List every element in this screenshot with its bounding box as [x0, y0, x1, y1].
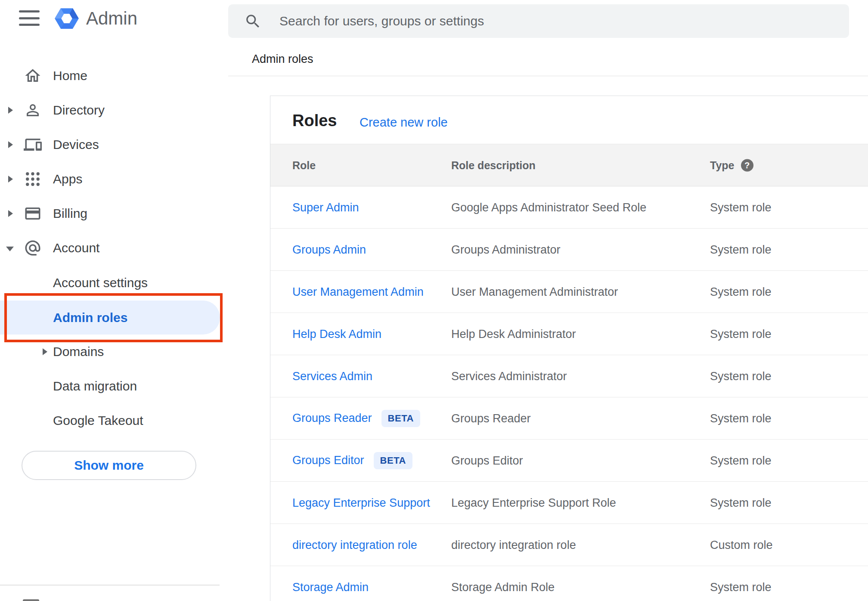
- role-link[interactable]: Super Admin: [292, 201, 359, 214]
- role-type-cell: System role: [710, 412, 772, 425]
- role-description-cell: Groups Administrator: [451, 243, 561, 256]
- admin-console-screen: Admin Admin roles Home Directory Devices: [0, 0, 868, 601]
- role-link[interactable]: Services Admin: [292, 369, 372, 383]
- role-description-cell: User Management Administrator: [451, 285, 618, 298]
- role-type-cell: System role: [710, 201, 772, 214]
- credit-card-icon: [24, 204, 42, 223]
- role-cell: User Management Admin: [292, 285, 424, 298]
- partial-bottom-icon: [23, 599, 39, 601]
- chevron-right-icon[interactable]: [8, 210, 13, 217]
- role-cell: Super Admin: [292, 201, 359, 214]
- logo-wordmark: Admin: [86, 6, 137, 31]
- table-row: Help Desk Admin Help Desk Administrator …: [270, 313, 868, 355]
- roles-table-header: Role Role description Type ?: [270, 144, 868, 186]
- role-link[interactable]: Legacy Enterprise Support: [292, 496, 430, 509]
- chevron-down-icon[interactable]: [6, 247, 14, 251]
- sidebar-item-apps[interactable]: Apps: [0, 162, 228, 196]
- sidebar-item-label: Home: [53, 68, 87, 83]
- sidebar-item-admin-roles[interactable]: Admin roles: [0, 300, 220, 335]
- apps-grid-icon: [24, 170, 42, 188]
- table-row: directory integration role directory int…: [270, 524, 868, 566]
- table-row: Groups Admin Groups Administrator System…: [270, 229, 868, 271]
- sidebar-item-devices[interactable]: Devices: [0, 127, 228, 162]
- admin-hexagon-logo-icon: [54, 6, 79, 31]
- column-header-role: Role: [292, 159, 316, 171]
- person-icon: [24, 101, 42, 119]
- table-row: Super Admin Google Apps Administrator Se…: [270, 186, 868, 229]
- page-title: Roles: [292, 112, 337, 130]
- sidebar-item-label: Data migration: [53, 379, 137, 393]
- search-icon: [244, 12, 262, 30]
- roles-card: Roles Create new role Role Role descript…: [270, 96, 868, 601]
- role-cell: Groups Reader BETA: [292, 410, 420, 427]
- role-type-cell: Custom role: [710, 538, 773, 551]
- table-row: Storage Admin Storage Admin Role System …: [270, 566, 868, 601]
- sidebar-item-label: Account settings: [53, 276, 148, 290]
- table-row: Groups Reader BETA Groups Reader System …: [270, 397, 868, 440]
- role-link[interactable]: Groups Editor: [292, 454, 364, 467]
- role-description-cell: Legacy Enterprise Support Role: [451, 496, 616, 509]
- header-divider: [228, 76, 868, 76]
- search-input[interactable]: [279, 8, 849, 34]
- sidebar-item-data-migration[interactable]: Data migration: [0, 369, 228, 403]
- sidebar-item-directory[interactable]: Directory: [0, 93, 228, 127]
- table-row: Legacy Enterprise Support Legacy Enterpr…: [270, 482, 868, 524]
- chevron-right-icon[interactable]: [8, 141, 13, 148]
- role-cell: Legacy Enterprise Support: [292, 496, 430, 509]
- global-search-bar[interactable]: [228, 4, 849, 38]
- create-new-role-link[interactable]: Create new role: [360, 115, 448, 130]
- sidebar-item-label: Directory: [53, 103, 105, 118]
- role-type-cell: System role: [710, 496, 772, 509]
- role-description-cell: Services Administrator: [451, 369, 567, 383]
- role-description-cell: directory integration role: [451, 538, 576, 551]
- sidebar-item-label: Apps: [53, 172, 82, 186]
- sidebar-item-label: Devices: [53, 137, 99, 152]
- beta-badge: BETA: [381, 410, 420, 427]
- role-link[interactable]: Groups Reader: [292, 412, 372, 425]
- devices-icon: [24, 136, 42, 154]
- sidebar-item-domains[interactable]: Domains: [0, 335, 228, 369]
- role-link[interactable]: Storage Admin: [292, 580, 369, 594]
- role-type-cell: System role: [710, 327, 772, 341]
- chevron-right-icon[interactable]: [8, 176, 13, 183]
- help-icon[interactable]: ?: [741, 159, 753, 171]
- role-description-cell: Storage Admin Role: [451, 580, 555, 594]
- chevron-right-icon[interactable]: [43, 348, 47, 355]
- role-description-cell: Help Desk Administrator: [451, 327, 576, 341]
- admin-logo[interactable]: Admin: [54, 6, 137, 31]
- menu-hamburger-icon[interactable]: [19, 10, 40, 26]
- column-header-role-description: Role description: [451, 159, 536, 171]
- show-more-button[interactable]: Show more: [22, 451, 196, 480]
- beta-badge: BETA: [374, 452, 412, 469]
- roles-card-header: Roles Create new role: [270, 96, 868, 144]
- role-link[interactable]: Groups Admin: [292, 243, 366, 256]
- column-header-type-label: Type: [710, 159, 735, 171]
- role-link[interactable]: Help Desk Admin: [292, 327, 381, 341]
- sidebar-item-account[interactable]: Account: [0, 231, 228, 265]
- home-icon: [24, 67, 42, 85]
- table-row: Groups Editor BETA Groups Editor System …: [270, 440, 868, 482]
- sidebar-item-label: Billing: [53, 206, 87, 221]
- breadcrumb: Admin roles: [252, 53, 313, 66]
- sidebar-item-label: Admin roles: [53, 310, 127, 325]
- role-link[interactable]: User Management Admin: [292, 285, 424, 298]
- chevron-right-icon[interactable]: [8, 107, 13, 114]
- role-description-cell: Google Apps Administrator Seed Role: [451, 201, 646, 214]
- role-cell: Services Admin: [292, 369, 372, 383]
- table-row: User Management Admin User Management Ad…: [270, 271, 868, 313]
- role-type-cell: System role: [710, 454, 772, 467]
- sidebar-item-billing[interactable]: Billing: [0, 196, 228, 231]
- role-type-cell: System role: [710, 369, 772, 383]
- sidebar-item-google-takeout[interactable]: Google Takeout: [0, 403, 228, 438]
- sidebar-item-label: Google Takeout: [53, 413, 143, 428]
- role-description-cell: Groups Reader: [451, 412, 531, 425]
- sidebar-item-home[interactable]: Home: [0, 59, 228, 93]
- role-cell: Groups Admin: [292, 243, 366, 256]
- sidebar-item-label: Account: [53, 241, 99, 255]
- role-type-cell: System role: [710, 580, 772, 594]
- sidebar-item-account-settings[interactable]: Account settings: [0, 266, 228, 300]
- role-cell: Storage Admin: [292, 580, 369, 594]
- table-row: Services Admin Services Administrator Sy…: [270, 355, 868, 397]
- roles-table-body: Super Admin Google Apps Administrator Se…: [270, 186, 868, 601]
- role-link[interactable]: directory integration role: [292, 538, 417, 551]
